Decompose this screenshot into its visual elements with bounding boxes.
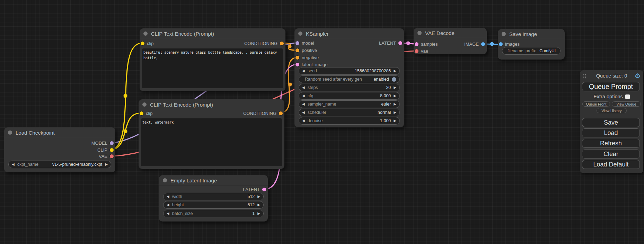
load-button[interactable]: Load — [582, 128, 640, 137]
port-label: images — [505, 42, 520, 47]
conditioning-port-dot[interactable] — [295, 48, 299, 52]
model-port-dot[interactable] — [295, 41, 299, 45]
vae-port-dot[interactable] — [110, 154, 114, 158]
widget-value: v1-5-pruned-emaonly.ckpt — [52, 162, 102, 167]
height-widget[interactable]: ◀ height 512 ▶ — [163, 201, 264, 209]
arrow-right-icon[interactable]: ▶ — [105, 163, 108, 166]
load-default-button[interactable]: Load Default — [582, 160, 640, 169]
node-load-checkpoint[interactable]: Load Checkpoint MODEL CLIP VAE ◀ ckpt_na… — [4, 127, 115, 172]
port-label: latent_image — [302, 62, 327, 67]
input-port-positive: positive — [295, 47, 317, 53]
view-history-button[interactable]: View History — [597, 108, 627, 113]
toggle-dot-icon[interactable] — [392, 77, 396, 82]
denoise-widget[interactable]: ◀ denoise 1.000 ▶ — [299, 117, 400, 125]
node-clip-text-encode-positive[interactable]: CLIP Text Encode (Prompt) clip CONDITION… — [140, 28, 285, 91]
arrow-left-icon[interactable]: ◀ — [302, 111, 305, 114]
arrow-right-icon[interactable]: ▶ — [394, 69, 396, 73]
input-port-model: model — [295, 40, 314, 46]
arrow-right-icon[interactable]: ▶ — [394, 102, 396, 106]
wire-midpoint-dot — [124, 94, 127, 98]
node-header[interactable]: Save Image — [498, 29, 565, 39]
random-seed-toggle-widget[interactable]: Random seed after every gen enabled — [299, 75, 400, 83]
steps-widget[interactable]: ◀ steps 20 ▶ — [299, 84, 400, 91]
cfg-widget[interactable]: ◀ cfg 8.000 ▶ — [299, 92, 400, 100]
arrow-right-icon[interactable]: ▶ — [394, 94, 396, 98]
arrow-right-icon[interactable]: ▶ — [257, 203, 260, 207]
node-vae-decode[interactable]: VAE Decode samples vae IMAGE — [414, 28, 487, 54]
conditioning-port-dot[interactable] — [280, 42, 284, 45]
sampler-name-widget[interactable]: ◀ sampler_name euler ▶ — [299, 100, 400, 108]
arrow-left-icon[interactable]: ◀ — [302, 94, 305, 98]
negative-prompt-text[interactable]: text, watermark — [141, 118, 282, 166]
port-label: vae — [421, 48, 428, 54]
clip-port-dot[interactable] — [141, 42, 144, 45]
arrow-right-icon[interactable]: ▶ — [257, 195, 260, 198]
arrow-right-icon[interactable]: ▶ — [394, 119, 396, 123]
node-header[interactable]: Load Checkpoint — [4, 127, 115, 138]
arrow-right-icon[interactable]: ▶ — [257, 212, 260, 215]
node-header[interactable]: Empty Latent Image — [159, 175, 268, 186]
refresh-button[interactable]: Refresh — [582, 139, 640, 148]
node-save-image[interactable]: Save Image images filename_prefix ComfyU… — [498, 29, 565, 60]
arrow-left-icon[interactable]: ◀ — [167, 212, 169, 215]
port-label: IMAGE — [464, 42, 479, 47]
image-port-dot[interactable] — [499, 42, 503, 46]
collapse-dot-icon[interactable] — [417, 31, 422, 35]
node-header[interactable]: KSampler — [294, 28, 404, 39]
model-port-dot[interactable] — [110, 141, 114, 145]
collapse-dot-icon[interactable] — [298, 31, 302, 36]
node-header[interactable]: CLIP Text Encode (Prompt) — [139, 99, 284, 110]
node-ksampler[interactable]: KSampler model LATENT positive negative … — [294, 28, 404, 127]
latent-port-dot[interactable] — [398, 41, 402, 45]
collapse-dot-icon[interactable] — [163, 178, 167, 182]
clip-port-dot[interactable] — [140, 111, 143, 115]
node-header[interactable]: CLIP Text Encode (Prompt) — [140, 28, 285, 39]
collapse-dot-icon[interactable] — [142, 102, 147, 107]
arrow-left-icon[interactable]: ◀ — [302, 86, 305, 89]
ckpt-name-widget[interactable]: ◀ ckpt_name v1-5-pruned-emaonly.ckpt ▶ — [8, 161, 111, 168]
image-port-dot[interactable] — [481, 42, 485, 46]
collapse-dot-icon[interactable] — [143, 31, 148, 36]
arrow-right-icon[interactable]: ▶ — [394, 111, 396, 114]
node-header[interactable]: VAE Decode — [414, 28, 487, 38]
seed-widget[interactable]: ◀ seed 156680208700286 ▶ — [299, 67, 400, 75]
widget-label: Random seed after every gen — [302, 77, 371, 82]
filename-prefix-widget[interactable]: filename_prefix ComfyUI — [502, 47, 561, 55]
arrow-right-icon[interactable]: ▶ — [394, 86, 396, 89]
widget-label: steps — [308, 85, 383, 90]
node-graph-canvas[interactable]: Load Checkpoint MODEL CLIP VAE ◀ ckpt_na… — [0, 0, 644, 244]
view-queue-button[interactable]: View Queue — [612, 101, 641, 107]
latent-port-dot[interactable] — [415, 42, 418, 46]
arrow-left-icon[interactable]: ◀ — [302, 102, 305, 106]
port-label: MODEL — [91, 141, 107, 146]
extra-options-checkbox[interactable] — [625, 94, 630, 99]
collapse-dot-icon[interactable] — [502, 32, 506, 36]
arrow-left-icon[interactable]: ◀ — [302, 69, 305, 73]
vae-port-dot[interactable] — [415, 49, 418, 53]
latent-port-dot[interactable] — [295, 63, 299, 66]
arrow-left-icon[interactable]: ◀ — [12, 163, 15, 166]
arrow-left-icon[interactable]: ◀ — [167, 203, 169, 207]
collapse-dot-icon[interactable] — [8, 130, 12, 135]
node-empty-latent-image[interactable]: Empty Latent Image LATENT ◀ width 512 ▶ … — [159, 175, 268, 222]
widget-label: denoise — [308, 118, 377, 123]
widget-label: cfg — [308, 93, 377, 98]
width-widget[interactable]: ◀ width 512 ▶ — [163, 193, 264, 200]
clip-port-dot[interactable] — [110, 148, 114, 152]
node-title: Save Image — [509, 31, 537, 37]
batch-size-widget[interactable]: ◀ batch_size 1 ▶ — [163, 210, 264, 217]
conditioning-port-dot[interactable] — [295, 56, 299, 60]
queue-prompt-button[interactable]: Queue Prompt — [582, 82, 640, 91]
arrow-left-icon[interactable]: ◀ — [167, 195, 169, 198]
save-button[interactable]: Save — [582, 118, 640, 127]
positive-prompt-text[interactable]: beautiful scenery nature glass bottle la… — [142, 48, 283, 88]
queue-front-button[interactable]: Queue Front — [582, 101, 610, 107]
arrow-left-icon[interactable]: ◀ — [302, 119, 305, 123]
gear-icon[interactable]: ⚙ — [635, 72, 641, 80]
latent-port-dot[interactable] — [262, 188, 266, 191]
node-clip-text-encode-negative[interactable]: CLIP Text Encode (Prompt) clip CONDITION… — [139, 99, 284, 169]
widget-value: enabled — [374, 77, 389, 82]
clear-button[interactable]: Clear — [582, 150, 640, 159]
conditioning-port-dot[interactable] — [279, 111, 283, 115]
scheduler-widget[interactable]: ◀ scheduler normal ▶ — [299, 109, 400, 116]
